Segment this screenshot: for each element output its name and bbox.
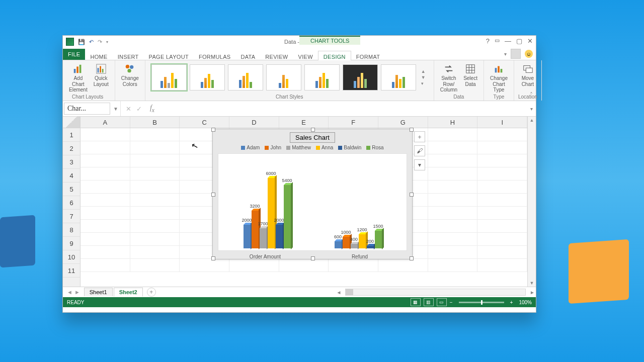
- select-all-corner[interactable]: [63, 117, 80, 128]
- cell[interactable]: [80, 207, 130, 220]
- cell[interactable]: [279, 259, 329, 272]
- cell[interactable]: [428, 128, 478, 141]
- chart-style-thumb[interactable]: [381, 64, 416, 90]
- cell[interactable]: [428, 220, 478, 233]
- row-header[interactable]: 9: [63, 237, 80, 250]
- cell[interactable]: [130, 180, 180, 194]
- select-data-button[interactable]: Select Data: [461, 62, 479, 88]
- page-layout-view-icon[interactable]: ▥: [424, 298, 434, 306]
- ribbon-display-icon[interactable]: ▭: [495, 37, 500, 45]
- collapse-ribbon-icon[interactable]: ˄: [530, 92, 533, 99]
- cell[interactable]: [428, 154, 478, 167]
- cell[interactable]: [130, 167, 180, 180]
- row-header[interactable]: 8: [63, 223, 80, 237]
- cell[interactable]: [80, 220, 130, 233]
- column-header[interactable]: H: [428, 117, 478, 128]
- cell[interactable]: [80, 180, 130, 194]
- chart-style-thumb[interactable]: [190, 64, 225, 90]
- bar[interactable]: 400: [351, 244, 358, 248]
- bar[interactable]: 200: [367, 246, 374, 248]
- feedback-icon[interactable]: ☺: [525, 50, 533, 58]
- cell[interactable]: [477, 141, 527, 154]
- sheet-nav-prev-icon[interactable]: ◄: [67, 289, 72, 295]
- cell[interactable]: [477, 154, 527, 167]
- cell[interactable]: [80, 259, 130, 272]
- cell[interactable]: [428, 180, 478, 194]
- bar[interactable]: 2000: [276, 225, 283, 248]
- cell[interactable]: [428, 246, 478, 259]
- cancel-formula-icon[interactable]: ✕: [126, 105, 131, 113]
- cell[interactable]: [428, 167, 478, 180]
- zoom-out-icon[interactable]: −: [450, 300, 453, 305]
- cell[interactable]: [80, 233, 130, 246]
- cell[interactable]: [80, 194, 130, 207]
- bar[interactable]: 6000: [268, 178, 275, 248]
- add-chart-element-button[interactable]: Add Chart Element: [67, 62, 90, 94]
- help-icon[interactable]: ?: [486, 37, 490, 45]
- cell[interactable]: [428, 194, 478, 207]
- row-header[interactable]: 1: [63, 128, 80, 142]
- change-colors-button[interactable]: Change Colors: [119, 62, 141, 88]
- cell[interactable]: [428, 259, 478, 272]
- bar[interactable]: 5400: [284, 185, 291, 248]
- sheet-tab[interactable]: Sheet1: [84, 288, 113, 296]
- chart-style-thumb[interactable]: [343, 64, 378, 90]
- cell[interactable]: [477, 180, 527, 194]
- legend-item[interactable]: John: [265, 145, 281, 150]
- horizontal-scrollbar[interactable]: [345, 289, 526, 296]
- bar[interactable]: 3200: [252, 211, 259, 248]
- sheet-tab[interactable]: Sheet2: [114, 288, 143, 297]
- row-header[interactable]: 2: [63, 142, 80, 155]
- move-chart-button[interactable]: Move Chart: [520, 62, 536, 88]
- chart-style-thumb[interactable]: [266, 64, 301, 90]
- sheet-nav-next-icon[interactable]: ►: [74, 289, 80, 295]
- column-header[interactable]: B: [130, 117, 180, 128]
- column-header[interactable]: I: [477, 117, 527, 128]
- cell[interactable]: [428, 233, 478, 246]
- column-header[interactable]: G: [378, 117, 428, 128]
- cell[interactable]: [229, 259, 279, 272]
- row-header[interactable]: 4: [63, 169, 80, 183]
- cell[interactable]: [80, 141, 130, 154]
- cell[interactable]: [477, 233, 527, 246]
- formula-input[interactable]: [157, 103, 527, 114]
- row-header[interactable]: 6: [63, 196, 80, 210]
- cell[interactable]: [329, 259, 378, 272]
- bar[interactable]: 2000: [244, 225, 251, 248]
- cell[interactable]: [80, 246, 130, 259]
- bar[interactable]: 1000: [343, 237, 350, 248]
- gallery-scroll[interactable]: ▲▼▾: [419, 69, 428, 86]
- row-header[interactable]: 5: [63, 183, 80, 196]
- cell[interactable]: [477, 194, 527, 207]
- name-box-dropdown-icon[interactable]: ▼: [111, 101, 121, 116]
- chart-plot-area[interactable]: 2000320017006000200054006001000400120020…: [218, 153, 407, 251]
- page-break-view-icon[interactable]: ▭: [437, 298, 447, 306]
- bar[interactable]: 600: [335, 241, 342, 248]
- zoom-level[interactable]: 100%: [519, 300, 532, 305]
- cell[interactable]: [130, 141, 180, 154]
- bar[interactable]: 1700: [260, 228, 267, 248]
- add-sheet-button[interactable]: +: [147, 288, 156, 297]
- cell[interactable]: [428, 141, 478, 154]
- cell[interactable]: [80, 128, 130, 141]
- enter-formula-icon[interactable]: ✓: [136, 105, 142, 113]
- bar[interactable]: 1200: [359, 234, 366, 248]
- fx-icon[interactable]: fx: [147, 104, 157, 114]
- legend-item[interactable]: Rosa: [366, 145, 383, 150]
- cell[interactable]: [477, 128, 527, 141]
- chart-styles-gallery[interactable]: ▲▼▾: [149, 62, 430, 93]
- hscroll-right-icon[interactable]: ►: [529, 290, 536, 295]
- column-header[interactable]: E: [279, 117, 329, 128]
- qat-more-icon[interactable]: ▾: [106, 40, 108, 44]
- cell[interactable]: [477, 207, 527, 220]
- maximize-icon[interactable]: ▢: [516, 37, 522, 45]
- row-header[interactable]: 7: [63, 210, 80, 223]
- change-chart-type-button[interactable]: Change Chart Type: [488, 62, 510, 94]
- row-header[interactable]: 11: [63, 264, 80, 278]
- legend-item[interactable]: Anna: [316, 145, 333, 150]
- cell[interactable]: [477, 246, 527, 259]
- cell[interactable]: [428, 207, 478, 220]
- cell[interactable]: [477, 167, 527, 180]
- quick-layout-button[interactable]: Quick Layout: [92, 62, 111, 88]
- cell[interactable]: [130, 220, 180, 233]
